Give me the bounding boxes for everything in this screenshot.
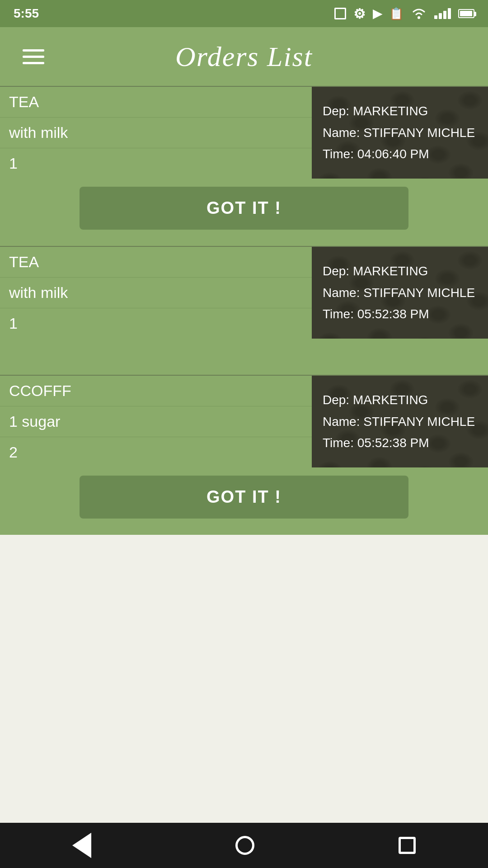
got-it-button-1[interactable]: GOT IT ! xyxy=(80,187,408,230)
order-card-3: CCOFFF 1 sugar 2 Dep: MARKETING Name: ST… xyxy=(0,375,488,535)
order-card-2: TEA with milk 1 Dep: MARKETING Name: STI… xyxy=(0,246,488,375)
order-modifier-2: with milk xyxy=(0,278,312,308)
app-header: Orders List xyxy=(0,27,488,86)
order-modifier-1: with milk xyxy=(0,118,312,148)
wifi-icon xyxy=(411,7,427,20)
svg-point-0 xyxy=(418,16,420,19)
status-bar: 5:55 ⚙ ▶ 📋 xyxy=(0,0,488,27)
order-drink-2: TEA xyxy=(0,247,312,278)
order-time-3: Time: 05:52:38 PM xyxy=(323,432,477,454)
order-quantity-1: 1 xyxy=(0,148,312,179)
clipboard-icon: 📋 xyxy=(389,7,404,21)
order-left-3: CCOFFF 1 sugar 2 xyxy=(0,376,312,467)
order-left-1: TEA with milk 1 xyxy=(0,87,312,179)
order-time-1: Time: 04:06:40 PM xyxy=(323,143,477,165)
back-icon xyxy=(72,833,91,858)
nav-back-button[interactable] xyxy=(72,833,91,858)
order-left-2: TEA with milk 1 xyxy=(0,247,312,339)
play-icon: ▶ xyxy=(373,7,382,21)
hamburger-line-3 xyxy=(23,62,44,64)
order-card-1-body: TEA with milk 1 Dep: MARKETING Name: STI… xyxy=(0,87,488,179)
order-right-2: Dep: MARKETING Name: STIFFANY MICHLE Tim… xyxy=(312,247,488,339)
order-name-2: Name: STIFFANY MICHLE xyxy=(323,282,477,304)
signal-icon xyxy=(434,8,451,19)
order-name-3: Name: STIFFANY MICHLE xyxy=(323,411,477,433)
hamburger-line-2 xyxy=(23,56,44,58)
got-it-row-3: GOT IT ! xyxy=(0,467,488,535)
order-right-1: Dep: MARKETING Name: STIFFANY MICHLE Tim… xyxy=(312,87,488,179)
nav-home-button[interactable] xyxy=(235,836,254,855)
order-department-2: Dep: MARKETING xyxy=(323,260,477,282)
order-card-1: TEA with milk 1 Dep: MARKETING Name: STI… xyxy=(0,86,488,246)
menu-button[interactable] xyxy=(18,45,49,69)
got-it-button-3[interactable]: GOT IT ! xyxy=(80,476,408,519)
square-icon xyxy=(334,8,346,19)
empty-got-it-row-2 xyxy=(0,339,488,375)
order-right-3: Dep: MARKETING Name: STIFFANY MICHLE Tim… xyxy=(312,376,488,467)
order-drink-3: CCOFFF xyxy=(0,376,312,406)
order-modifier-3: 1 sugar xyxy=(0,406,312,437)
order-drink-1: TEA xyxy=(0,87,312,118)
page-title: Orders List xyxy=(49,41,439,73)
battery-icon xyxy=(458,9,474,18)
order-quantity-3: 2 xyxy=(0,437,312,467)
home-icon xyxy=(235,836,254,855)
bottom-nav xyxy=(0,823,488,868)
order-card-2-body: TEA with milk 1 Dep: MARKETING Name: STI… xyxy=(0,247,488,339)
got-it-row-1: GOT IT ! xyxy=(0,179,488,246)
hamburger-line-1 xyxy=(23,49,44,52)
orders-list: TEA with milk 1 Dep: MARKETING Name: STI… xyxy=(0,86,488,823)
order-quantity-2: 1 xyxy=(0,308,312,339)
settings-icon: ⚙ xyxy=(353,6,366,22)
order-card-3-body: CCOFFF 1 sugar 2 Dep: MARKETING Name: ST… xyxy=(0,376,488,467)
order-name-1: Name: STIFFANY MICHLE xyxy=(323,122,477,144)
status-icons: ⚙ ▶ 📋 xyxy=(334,6,474,22)
recent-icon xyxy=(399,837,416,854)
order-department-3: Dep: MARKETING xyxy=(323,389,477,411)
order-time-2: Time: 05:52:38 PM xyxy=(323,303,477,325)
nav-recent-button[interactable] xyxy=(399,837,416,854)
order-department-1: Dep: MARKETING xyxy=(323,100,477,122)
status-time: 5:55 xyxy=(14,6,39,21)
